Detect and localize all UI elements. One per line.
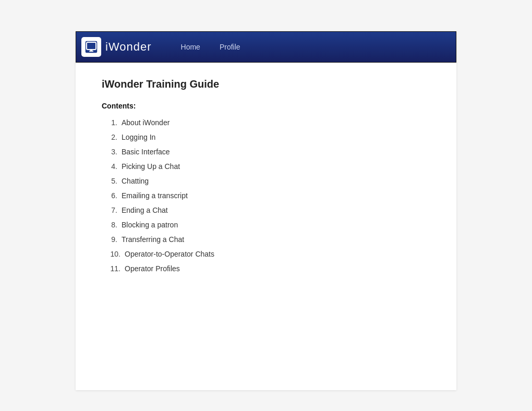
toc-item: 8.Blocking a patron: [102, 221, 430, 229]
toc-number: 3.: [102, 148, 117, 156]
toc-text: Chatting: [122, 177, 149, 185]
toc-number: 9.: [102, 235, 117, 244]
toc-text: Logging In: [122, 133, 155, 141]
navbar-brand: iWonder: [81, 37, 152, 57]
content-area: iWonder Home Profile iWonder Training Gu…: [76, 31, 456, 390]
toc-text: Ending a Chat: [122, 206, 168, 214]
toc-number: 1.: [102, 118, 117, 127]
toc-number: 2.: [102, 133, 117, 141]
toc-number: 4.: [102, 162, 117, 171]
toc-number: 6.: [102, 191, 117, 200]
toc-number: 7.: [102, 206, 117, 214]
profile-nav-link[interactable]: Profile: [211, 40, 249, 54]
toc-list: 1.About iWonder2.Logging In3.Basic Inter…: [102, 118, 430, 273]
main-content: iWonder Training Guide Contents: 1.About…: [76, 63, 456, 300]
toc-text: Emailing a transcript: [122, 191, 188, 200]
toc-text: Blocking a patron: [122, 221, 178, 229]
home-nav-link[interactable]: Home: [173, 40, 209, 54]
toc-item: 5.Chatting: [102, 177, 430, 185]
toc-number: 5.: [102, 177, 117, 185]
toc-item: 3.Basic Interface: [102, 148, 430, 156]
page-wrapper: iWonder Home Profile iWonder Training Gu…: [0, 0, 532, 411]
toc-text: Basic Interface: [122, 148, 170, 156]
toc-number: 10.: [102, 250, 120, 258]
navbar-nav: Home Profile: [173, 40, 249, 54]
toc-item: 10.Operator-to-Operator Chats: [102, 250, 430, 258]
toc-text: About iWonder: [122, 118, 170, 127]
toc-number: 11.: [102, 264, 120, 273]
svg-rect-3: [90, 50, 92, 51]
toc-item: 4.Picking Up a Chat: [102, 162, 430, 171]
toc-text: Picking Up a Chat: [122, 162, 180, 171]
toc-item: 11.Operator Profiles: [102, 264, 430, 273]
page-title: iWonder Training Guide: [102, 78, 430, 90]
contents-label: Contents:: [102, 102, 430, 110]
navbar-logo: [81, 37, 101, 57]
toc-text: Transferring a Chat: [122, 235, 184, 244]
toc-text: Operator Profiles: [125, 264, 180, 273]
toc-item: 7.Ending a Chat: [102, 206, 430, 214]
toc-item: 6.Emailing a transcript: [102, 191, 430, 200]
toc-number: 8.: [102, 221, 117, 229]
toc-item: 1.About iWonder: [102, 118, 430, 127]
brand-name: iWonder: [105, 40, 152, 54]
toc-text: Operator-to-Operator Chats: [125, 250, 214, 258]
navbar: iWonder Home Profile: [76, 31, 456, 63]
logo-icon: [84, 40, 99, 54]
toc-item: 9.Transferring a Chat: [102, 235, 430, 244]
toc-item: 2.Logging In: [102, 133, 430, 141]
